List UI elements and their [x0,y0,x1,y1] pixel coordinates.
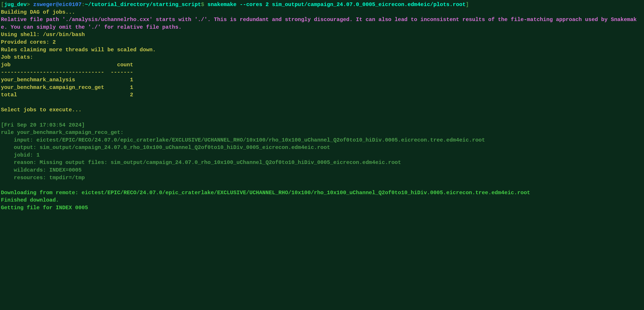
output-line: Building DAG of jobs... [1,9,75,15]
rule-line: rule your_benchmark_campaign_reco_get: [1,130,124,136]
rule-jobid: jobid: 1 [1,152,40,158]
prompt-host: jug_dev [4,2,27,8]
output-line: Using shell: /usr/bin/bash [1,32,85,38]
output-line: Rules claiming more threads will be scal… [1,47,156,53]
rule-reason: reason: Missing output files: sim_output… [1,160,401,166]
output-line: Select jobs to execute... [1,107,82,113]
table-divider: -------------------------------- ------- [1,69,133,75]
prompt-user-host: zsweger@eic0107 [33,2,82,8]
rule-output: output: sim_output/campaign_24.07.0_rho_… [1,144,330,150]
table-row: total 2 [1,92,133,98]
terminal-output: [jug_dev> zsweger@eic0107:~/tutorial_dir… [1,1,643,212]
table-header: job count [1,62,133,68]
rule-input: input: eictest/EPIC/RECO/24.07.0/epic_cr… [1,137,485,143]
command-input[interactable]: snakemake --cores 2 sim_output/campaign_… [208,2,466,8]
output-line: Job stats: [1,54,33,60]
rule-resources: resources: tmpdir=/tmp [1,175,85,181]
prompt-dollar: $ [201,2,208,8]
prompt-path: ~/tutorial_directory/starting_script [85,2,201,8]
table-row: your_benchmark_campaign_reco_get 1 [1,84,133,90]
timestamp-line: [Fri Sep 20 17:03:54 2024] [1,122,85,128]
rule-wildcards: wildcards: INDEX=0005 [1,167,82,173]
download-line: Downloading from remote: eictest/EPIC/RE… [1,190,530,196]
download-finished: Finished download. [1,197,59,203]
warning-line: Relative file path './analysis/uchannelr… [1,16,636,30]
getting-file: Getting file for INDEX 0005 [1,205,88,211]
table-row: your_benchmark_analysis 1 [1,77,133,83]
prompt-bracket: [ [1,2,4,8]
prompt-separator: > [27,2,33,8]
output-line: Provided cores: 2 [1,39,56,45]
